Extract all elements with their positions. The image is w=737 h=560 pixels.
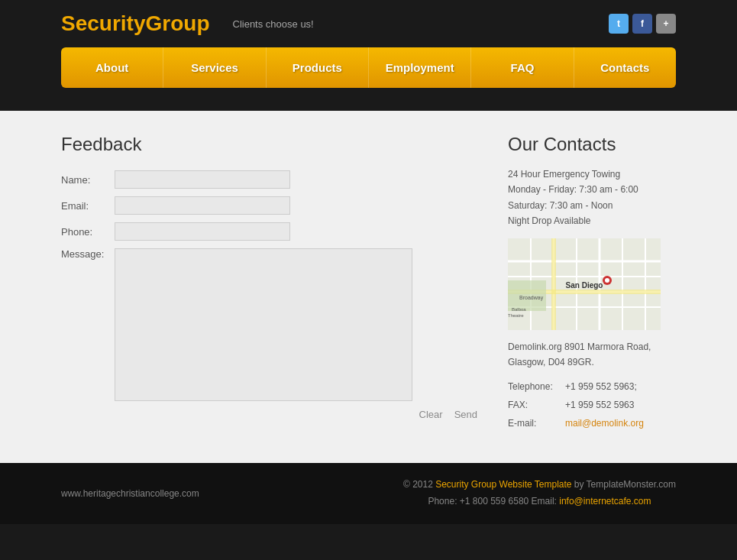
footer-email-sep: Email:: [532, 496, 560, 507]
contacts-title: Our Contacts: [508, 134, 676, 155]
tagline: Clients choose us!: [233, 18, 314, 30]
name-label: Name:: [61, 174, 115, 186]
map-image: San Diego Broadway Balboa Theatre: [508, 238, 661, 330]
address-line-2: Glasgow, D04 89GR.: [508, 354, 676, 370]
footer-phone: Phone: +1 800 559 6580: [428, 496, 529, 507]
address-line-1: Demolink.org 8901 Marmora Road,: [508, 339, 676, 354]
send-button[interactable]: Send: [454, 409, 477, 420]
phone-label: Phone:: [61, 226, 115, 238]
social-icons: t f +: [609, 14, 676, 34]
hours-line-1: 24 Hour Emergency Towing: [508, 167, 676, 182]
logo: SecurityGroup: [61, 11, 210, 36]
hours-line-4: Night Drop Available: [508, 213, 676, 228]
email-link[interactable]: mail@demolink.org: [565, 414, 644, 432]
facebook-button[interactable]: f: [632, 14, 652, 34]
message-textarea[interactable]: [115, 248, 412, 401]
contacts-section: Our Contacts 24 Hour Emergency Towing Mo…: [508, 134, 676, 432]
map-placeholder: San Diego Broadway Balboa Theatre: [508, 238, 661, 330]
contact-address: Demolink.org 8901 Marmora Road, Glasgow,…: [508, 339, 676, 371]
hero-spacer: [0, 88, 737, 111]
fax-value: +1 959 552 5963: [565, 396, 634, 414]
by-text: by TemplateMonster.com: [574, 479, 676, 490]
svg-rect-12: [551, 238, 556, 330]
nav-employment[interactable]: Employment: [369, 47, 471, 88]
main-content: Feedback Name: Email: Phone: Message: Cl…: [0, 111, 737, 463]
email-info-label: E-mail:: [508, 414, 565, 432]
contact-hours: 24 Hour Emergency Towing Monday - Friday…: [508, 167, 676, 229]
nav-contacts[interactable]: Contacts: [574, 47, 676, 88]
footer-center: © 2012 Security Group Website Template b…: [403, 477, 676, 510]
twitter-button[interactable]: t: [609, 14, 629, 34]
footer: www.heritagechristiancollege.com © 2012 …: [0, 463, 737, 523]
telephone-value: +1 959 552 5963;: [565, 377, 637, 396]
nav-faq[interactable]: FAQ: [471, 47, 574, 88]
logo-text: Security: [61, 11, 146, 35]
svg-text:Balboa: Balboa: [512, 307, 526, 312]
plus-button[interactable]: +: [656, 14, 676, 34]
clear-button[interactable]: Clear: [419, 409, 443, 420]
form-actions: Clear Send: [61, 409, 477, 420]
feedback-title: Feedback: [61, 134, 477, 155]
footer-copyright-line: © 2012 Security Group Website Template b…: [403, 477, 676, 494]
hours-line-3: Saturday: 7:30 am - Noon: [508, 198, 676, 213]
template-link[interactable]: Security Group Website Template: [435, 479, 571, 490]
svg-text:Broadway: Broadway: [519, 295, 544, 301]
phone-row: Phone:: [61, 222, 477, 241]
nav-services[interactable]: Services: [163, 47, 266, 88]
hours-line-2: Monday - Friday: 7:30 am - 6:00: [508, 182, 676, 197]
header: SecurityGroup Clients choose us! t f +: [0, 0, 737, 47]
name-input[interactable]: [115, 170, 290, 189]
nav-about[interactable]: About: [61, 47, 163, 88]
phone-input[interactable]: [115, 222, 290, 241]
logo-accent: Group: [146, 11, 210, 35]
email-label: Email:: [61, 200, 115, 212]
svg-point-16: [605, 278, 609, 283]
nav-bar: About Services Products Employment FAQ C…: [61, 47, 676, 88]
logo-area: SecurityGroup Clients choose us!: [61, 11, 314, 36]
telephone-label: Telephone:: [508, 377, 565, 396]
footer-email-link[interactable]: info@internetcafe.com: [559, 496, 651, 507]
footer-url: www.heritagechristiancollege.com: [61, 488, 199, 499]
footer-contact-line: Phone: +1 800 559 6580 Email: info@inter…: [403, 494, 676, 510]
message-label: Message:: [61, 248, 115, 260]
telephone-row: Telephone: +1 959 552 5963;: [508, 377, 676, 396]
contact-info: Telephone: +1 959 552 5963; FAX: +1 959 …: [508, 377, 676, 432]
email-input[interactable]: [115, 196, 290, 215]
message-row: Message:: [61, 248, 477, 401]
fax-row: FAX: +1 959 552 5963: [508, 396, 676, 414]
fax-label: FAX:: [508, 396, 565, 414]
copyright-text: © 2012: [403, 479, 433, 490]
svg-text:Theatre: Theatre: [508, 313, 524, 318]
svg-text:San Diego: San Diego: [566, 281, 603, 290]
email-row: Email:: [61, 196, 477, 215]
email-row: E-mail: mail@demolink.org: [508, 414, 676, 432]
nav-products[interactable]: Products: [267, 47, 369, 88]
feedback-section: Feedback Name: Email: Phone: Message: Cl…: [61, 134, 477, 432]
name-row: Name:: [61, 170, 477, 189]
